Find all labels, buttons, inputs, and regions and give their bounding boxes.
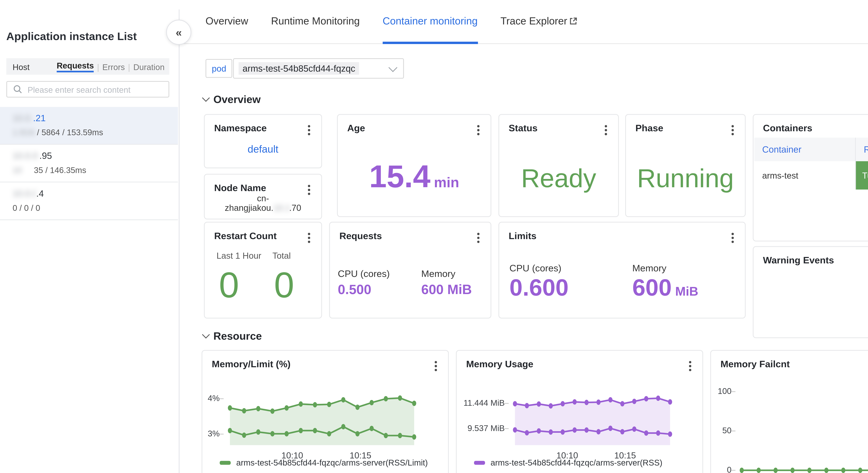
instance-list: 10.0.0.21 1.91W / 5864 / 153.59ms 10.0.0… (0, 107, 178, 220)
status-card: Status Ready (498, 114, 619, 217)
restart-count-card: Restart Count Last 1 Hour Total 0 0 (204, 222, 322, 318)
cpu-label: CPU (cores) (509, 263, 561, 274)
total-label: Total (272, 251, 290, 260)
kebab-menu-icon[interactable] (308, 233, 310, 235)
filter-option-duration[interactable]: Duration (133, 62, 164, 71)
chart-plot (457, 351, 704, 473)
card-title: Age (347, 123, 365, 134)
instance-ip: .21 (33, 113, 46, 123)
tab-runtime-monitoring[interactable]: Runtime Monitoring (271, 0, 360, 44)
search-input[interactable] (26, 84, 168, 95)
external-link-icon (569, 17, 578, 25)
age-value: 15.4 min (338, 159, 491, 194)
chart-plot (711, 351, 868, 473)
age-card: Age 15.4 min (337, 114, 491, 217)
masked-metric: 10 (13, 165, 34, 175)
filter-separator: | (97, 62, 99, 71)
instance-row[interactable]: 10.0.0.21 1.91W / 5864 / 153.59ms (0, 107, 178, 145)
card-title: Restart Count (214, 230, 277, 241)
overview-section-header[interactable]: Overview (203, 94, 260, 105)
limits-card: Limits CPU (cores) 0.600 Memory 600 MiB (498, 222, 746, 318)
total-value: 0 (274, 263, 294, 306)
memory-request-value: 600 MiB (421, 282, 472, 298)
page: Application instance List Host Requests … (0, 0, 868, 473)
memory-limit-value: 600 MiB (632, 274, 698, 301)
cpu-label: CPU (cores) (338, 268, 390, 279)
instance-metrics: 35 / 146.35ms (34, 165, 86, 175)
card-title: Status (509, 123, 537, 134)
instance-metrics: 0 / 0 / 0 (13, 203, 40, 212)
search-icon (13, 85, 22, 94)
card-title: Requests (339, 230, 382, 241)
chevron-down-icon (389, 63, 397, 72)
instance-row[interactable]: 10.0.0.4 0 / 0 / 0 (0, 182, 178, 220)
instance-row[interactable]: 10.0.0.95 1035 / 146.35ms (0, 145, 178, 182)
column-header[interactable]: Running (856, 138, 868, 161)
column-header[interactable]: Container (754, 138, 856, 161)
last-hour-label: Last 1 Hour (216, 251, 261, 260)
masked-ip: 10.0.0 (13, 151, 39, 160)
running-status-badge: Ture (856, 161, 868, 190)
memory-label: Memory (632, 263, 666, 274)
kebab-menu-icon[interactable] (308, 185, 310, 187)
kebab-menu-icon[interactable] (732, 125, 734, 128)
kebab-menu-icon[interactable] (308, 125, 310, 128)
phase-card: Phase Running (625, 114, 746, 217)
sidebar-collapse-button[interactable]: « (166, 20, 191, 45)
chart-plot (203, 351, 450, 473)
kebab-menu-icon[interactable] (477, 233, 479, 235)
namespace-value[interactable]: default (205, 143, 321, 155)
pod-select-value: arms-test-54b85cfd44-fqzqc (239, 62, 359, 75)
containers-card: Containers Container Running Image Resta… (753, 114, 868, 241)
sidebar-divider (179, 9, 180, 473)
filter-host-label[interactable]: Host (13, 62, 30, 71)
sidebar-title: Application instance List (6, 30, 137, 42)
instance-metrics: / 5864 / 153.59ms (37, 128, 103, 137)
instance-filter-bar: Host Requests | Errors | Duration (6, 58, 169, 75)
containers-table: Container Running Image Restarts CPU Req… (754, 138, 868, 190)
requests-card: Requests CPU (cores) 0.500 Memory 600 Mi… (329, 222, 491, 318)
filter-separator: | (128, 62, 130, 71)
node-name-card: Node Name cn- zhangjiakou.10.1.70 (204, 174, 322, 219)
kebab-menu-icon[interactable] (604, 125, 607, 128)
kebab-menu-icon[interactable] (732, 233, 734, 235)
collapse-chevron-icon (202, 331, 210, 338)
table-row[interactable]: arms-test Ture registry.cn-hangzhou.ali.… (754, 161, 868, 190)
namespace-card: Namespace default (204, 114, 322, 168)
memory-label: Memory (421, 268, 456, 279)
phase-value: Running (626, 164, 745, 193)
card-title: Namespace (214, 123, 267, 134)
card-title: Phase (636, 123, 663, 134)
filter-option-requests[interactable]: Requests (57, 61, 94, 72)
card-title: Node Name (214, 182, 266, 194)
instance-ip: .95 (39, 151, 52, 160)
card-title: Limits (509, 230, 536, 241)
table-header-row: Container Running Image Restarts CPU Req… (754, 138, 868, 161)
masked-ip: 10.0.0 (13, 189, 36, 198)
memory-usage-chart-card: Memory Usage arms-test-54b85cfd44-fqzqc/… (456, 350, 703, 473)
container-name-cell: arms-test (754, 161, 856, 190)
memory-limit-chart-card: Memory/Limit (%) arms-test-54b85cfd44-fq… (202, 350, 449, 473)
node-name-line2: zhangjiakou.10.1.70 (205, 203, 321, 212)
last-hour-value: 0 (219, 263, 239, 306)
pod-type-chip: pod (206, 59, 232, 78)
memory-failcnt-chart-card: Memory Failcnt 100500 (710, 350, 868, 473)
card-title: Containers (763, 123, 812, 134)
card-title: Warning Events (763, 255, 834, 266)
masked-text: 10.1 (273, 204, 289, 212)
tab-trace-explorer[interactable]: Trace Explorer (500, 0, 578, 44)
collapse-chevron-icon (202, 94, 210, 102)
instance-search[interactable] (6, 81, 169, 97)
tab-container-monitoring[interactable]: Container monitoring (383, 0, 477, 44)
kebab-menu-icon[interactable] (477, 125, 479, 128)
filter-option-errors[interactable]: Errors (102, 62, 125, 71)
status-value: Ready (499, 164, 618, 193)
masked-metric: 1.91W (13, 128, 35, 137)
page-tabs: Overview Runtime Monitoring Container mo… (180, 0, 868, 44)
collapse-icon: « (176, 26, 182, 39)
pod-select[interactable]: arms-test-54b85cfd44-fqzqc (233, 58, 404, 79)
tab-overview[interactable]: Overview (206, 0, 248, 44)
node-name-line1: cn- (205, 194, 321, 203)
resource-section-header[interactable]: Resource (203, 330, 262, 342)
cpu-limit-value: 0.600 (509, 274, 569, 301)
